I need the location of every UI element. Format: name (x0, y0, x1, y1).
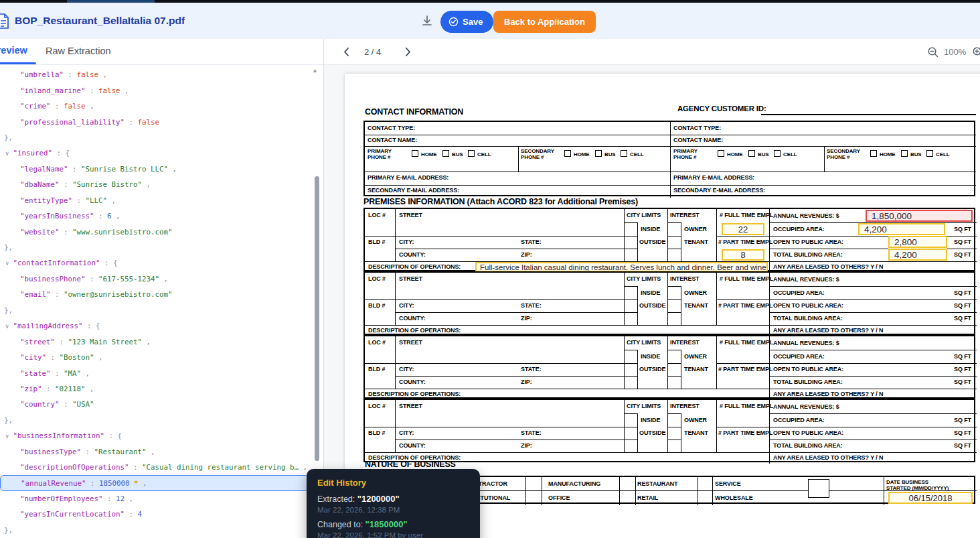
json-line[interactable]: ∨"insured" : { (0, 145, 313, 161)
json-line[interactable]: "country" : "USA" (0, 397, 313, 412)
json-line[interactable]: "entityType" : "LLC" , (0, 193, 313, 208)
open-public-area-value[interactable]: 2,800 (888, 236, 947, 248)
json-line[interactable]: "descriptionOfOperations" : "Casual dini… (0, 460, 313, 475)
agency-customer-id-line (761, 114, 976, 115)
json-line[interactable]: "street" : "123 Main Street" , (0, 334, 313, 349)
date-business-started-value[interactable]: 06/15/2018 (888, 492, 973, 504)
json-line[interactable]: "dbaName" : "Sunrise Bistro" , (0, 177, 313, 192)
next-page-icon[interactable] (404, 47, 412, 60)
json-line[interactable]: "email" : "owner@sunrisebistro.com" (0, 287, 313, 302)
json-line[interactable]: }, (0, 413, 313, 428)
changed-time: Mar 22, 2026, 1:52 PM by user (317, 531, 469, 538)
json-line[interactable]: "city" : "Boston" , (0, 350, 313, 365)
prev-page-icon[interactable] (343, 47, 350, 60)
tab-preview[interactable]: Preview (0, 45, 27, 56)
premises-block: LOC # BLD # STREET CITY: STATE: COUNTY: … (363, 399, 975, 462)
json-line[interactable]: }, (0, 240, 313, 255)
json-line[interactable]: ∨"businessInformation" : { (0, 428, 313, 444)
page-indicator: 2 / 4 (364, 47, 381, 57)
collapse-icon[interactable]: ∨ (5, 150, 9, 157)
json-line[interactable]: ∨"mailingAddress" : { (0, 318, 313, 334)
json-line[interactable]: "yearsInCurrentLocation" : 4 (0, 507, 313, 522)
json-line[interactable]: "inland_marine" : false , (0, 82, 313, 98)
edit-history-tooltip: Edit History Extracted: "1200000" Mar 22… (307, 469, 480, 538)
description-of-operations-value[interactable]: Full-service Italian casual dining resta… (475, 262, 768, 272)
contact-information-title: CONTACT INFORMATION (365, 107, 463, 117)
home-checkbox (718, 150, 724, 157)
collapse-icon[interactable]: ∨ (5, 433, 9, 440)
annual-revenues-value[interactable]: 1,850,000 (866, 210, 973, 222)
contact-information-table: CONTACT TYPE: CONTACT NAME: PRIMARY PHON… (363, 121, 975, 196)
date-business-label-2: STARTED (MM/DD/YYYY) (886, 486, 949, 491)
nob-restaurant-label: RESTAURANT (637, 481, 677, 487)
collapse-icon[interactable]: ∨ (5, 323, 9, 330)
zoom-in-icon[interactable] (972, 46, 980, 61)
back-button-label: Back to Application (504, 17, 585, 27)
premises-information-title: PREMISES INFORMATION (Attach ACORD 823 f… (363, 197, 638, 206)
back-to-application-button[interactable]: Back to Application (493, 11, 596, 33)
cell-checkbox (468, 150, 475, 157)
json-line[interactable]: }, (0, 130, 313, 145)
bus-checkbox (748, 150, 755, 157)
tab-raw-extraction[interactable]: Raw Extraction (46, 46, 111, 56)
json-line[interactable]: "legalName" : "Sunrise Bistro LLC" , (0, 161, 313, 177)
json-tree: "umbrella" : false ,"inland_marine" : fa… (0, 65, 313, 538)
nob-checkbox (808, 479, 829, 498)
check-circle-icon (448, 17, 459, 27)
premises-block: LOC # BLD # STREET CITY: STATE: COUNTY: … (363, 335, 975, 399)
occupied-area-value[interactable]: 4,200 (858, 223, 945, 235)
zoom-level: 100% (944, 47, 966, 57)
extraction-panel: Preview Raw Extraction "umbrella" : fals… (0, 39, 323, 538)
scrollbar-thumb[interactable] (315, 176, 319, 461)
total-building-area-value[interactable]: 4,200 (888, 249, 947, 261)
json-line[interactable]: "professional_liability" : false (0, 114, 313, 129)
app-window: BOP_Restaurant_BellaItalia 07.pdf Save B… (0, 0, 980, 538)
pdf-viewport[interactable]: AGENCY CUSTOMER ID: CONTACT INFORMATION … (324, 65, 980, 538)
changed-value: "1850000" (365, 519, 408, 529)
agency-customer-id-label: AGENCY CUSTOMER ID: (677, 105, 766, 113)
json-line[interactable]: "state" : "MA" , (0, 365, 313, 381)
json-line[interactable]: ∨"contactInformation" : { (0, 255, 313, 271)
nob-wholesale-label: WHOLESALE (715, 495, 753, 501)
json-line[interactable]: "umbrella" : false , (0, 67, 313, 82)
edit-history-title: Edit History (317, 478, 469, 488)
premises-block: LOC # BLD # STREET CITY: STATE: COUNTY: … (363, 208, 975, 271)
scrollbar-up-arrow[interactable]: ▲ (312, 67, 318, 74)
bus-checkbox (442, 150, 449, 157)
extracted-value: "1200000" (357, 494, 400, 504)
header-bar: BOP_Restaurant_BellaItalia 07.pdf Save B… (0, 3, 980, 39)
premises-block: LOC # BLD # STREET CITY: STATE: COUNTY: … (363, 271, 975, 335)
json-line[interactable]: "zip" : "02118" , (0, 381, 313, 397)
date-business-label-1: DATE BUSINESS (886, 480, 928, 485)
part-time-empl-value[interactable]: 8 (722, 249, 764, 261)
json-line[interactable]: }, (0, 523, 313, 538)
contact-half: CONTACT TYPE: CONTACT NAME: PRIMARY PHON… (671, 122, 976, 198)
tab-bar: Preview Raw Extraction (0, 39, 323, 65)
json-line[interactable]: "annualRevenue" : 1850000 * , (0, 475, 309, 490)
json-line[interactable]: "businessType" : "Restaurant" , (0, 444, 313, 460)
collapse-icon[interactable]: ∨ (5, 260, 9, 267)
changed-row: Changed to: "1850000" (317, 519, 469, 529)
json-line[interactable]: "crime" : false , (0, 98, 313, 114)
download-icon[interactable] (420, 14, 435, 29)
json-line[interactable]: }, (0, 303, 313, 318)
pdf-panel: 2 / 4 100% AGENCY CUSTOMER ID: CONTACT I… (324, 39, 980, 538)
json-line[interactable]: "businessPhone" : "617-555-1234" , (0, 271, 313, 287)
zoom-out-icon[interactable] (927, 46, 939, 61)
file-title: BOP_Restaurant_BellaItalia 07.pdf (15, 15, 185, 27)
pdf-toolbar: 2 / 4 100% (324, 39, 980, 65)
full-time-empl-value[interactable]: 22 (722, 223, 764, 235)
extracted-row: Extracted: "1200000" (317, 494, 469, 504)
contact-half: CONTACT TYPE: CONTACT NAME: PRIMARY PHON… (365, 122, 670, 198)
nob-service-label: SERVICE (715, 481, 741, 487)
nob-office-label: OFFICE (548, 495, 570, 501)
json-line[interactable]: "numberOfEmployees" : 12 , (0, 491, 313, 507)
bus-checkbox (901, 150, 908, 157)
json-line[interactable]: "website" : "www.sunrisebistro.com" (0, 224, 313, 239)
cell-checkbox (774, 150, 781, 157)
home-checkbox (870, 150, 877, 157)
save-button[interactable]: Save (440, 11, 493, 33)
nature-of-business-title: NATURE OF BUSINESS (365, 460, 456, 469)
extracted-time: Mar 22, 2026, 12:38 PM (317, 506, 469, 514)
json-line[interactable]: "yearsInBusiness" : 6 , (0, 208, 313, 224)
